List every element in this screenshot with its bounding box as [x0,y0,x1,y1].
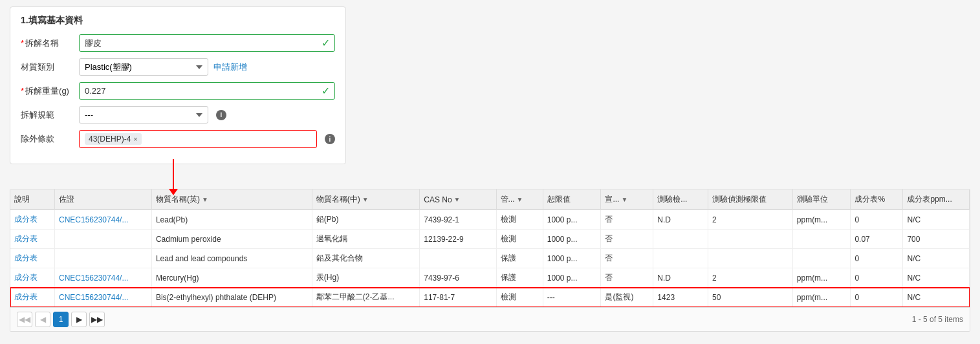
reference-cell[interactable]: CNEC156230744/... [54,210,151,230]
material-select-row: Plastic(塑膠) 申請新增 [79,58,335,76]
declare-cell: 否 [601,210,653,230]
cas-no-cell: 7439-92-1 [420,210,496,230]
note-cell[interactable]: 成分表 [10,210,54,230]
reference-cell[interactable]: CNEC156230744/... [54,268,151,288]
exception-input-box[interactable]: 43(DEHP)-4 × [79,130,317,148]
name-row: 拆解名稱 ✓ [21,34,335,52]
filter-name-en-icon[interactable]: ▼ [202,196,208,203]
cas-no-cell: 12139-22-9 [420,230,496,249]
ppm-cell: N/C [903,288,970,307]
col-threshold: 恕限值 [543,189,601,210]
arrow-head [169,189,178,195]
table-row: 成分表 CNEC156230744/... Lead(Pb) 鉛(Pb) 743… [10,210,970,230]
material-row: 材質類別 Plastic(塑膠) 申請新增 [21,58,335,76]
threshold-cell: 1000 p... [543,230,601,249]
detection-limit-cell: 2 [708,210,793,230]
weight-input[interactable] [79,82,335,100]
declare-cell: 否 [601,249,653,268]
filter-name-zh-icon[interactable]: ▼ [362,196,369,203]
name-en-cell: Lead(Pb) [151,210,312,230]
threshold-cell: --- [543,288,601,307]
unit-cell [792,230,851,249]
filter-control-icon[interactable]: ▼ [517,196,523,203]
control-cell: 檢測 [496,210,543,230]
declare-cell: 否 [601,268,653,288]
scope-info-icon[interactable]: i [216,110,226,120]
detection-limit-cell [708,230,793,249]
name-check-icon: ✓ [321,37,330,49]
material-label: 材質類別 [21,61,79,73]
reference-cell[interactable]: CNEC156230744/... [54,288,151,307]
pagination-controls: ◀◀ ◀ 1 ▶ ▶▶ [17,312,105,327]
name-input[interactable] [79,34,335,52]
exception-tag: 43(DEHP)-4 × [85,133,142,145]
next-page-btn[interactable]: ▶ [71,312,87,327]
weight-label: 拆解重量(g) [21,85,79,97]
unit-cell [792,249,851,268]
detected-cell [653,230,708,249]
reference-link[interactable]: CNEC156230744/... [59,215,128,224]
weight-row: 拆解重量(g) ✓ [21,82,335,100]
page-container: 1.填寫基本資料 拆解名稱 ✓ 材質類別 Plastic(塑膠) 申請新增 [0,0,980,344]
exception-control: 43(DEHP)-4 × i [79,130,335,148]
col-ppm: 成分表ppm... [903,189,970,210]
name-en-cell: Bis(2-ethylhexyl) phthalate (DEHP) [151,288,312,307]
name-input-wrapper: ✓ [79,34,335,52]
pct-cell: 0 [851,210,903,230]
name-zh-cell: 鄰苯二甲酸二(2-乙基... [312,288,419,307]
note-cell[interactable]: 成分表 [10,268,54,288]
name-zh-cell: 過氧化鎘 [312,230,419,249]
pct-cell: 0 [851,288,903,307]
detected-cell: N.D [653,210,708,230]
last-page-btn[interactable]: ▶▶ [89,312,105,327]
exception-label: 除外條款 [21,133,79,145]
name-en-cell: Lead and lead compounds [151,249,312,268]
threshold-cell: 1000 p... [543,210,601,230]
detected-cell: 1423 [653,288,708,307]
detection-limit-cell: 2 [708,268,793,288]
threshold-cell: 1000 p... [543,249,601,268]
weight-control: ✓ [79,82,335,100]
reference-link[interactable]: CNEC156230744/... [59,293,128,302]
ppm-cell: N/C [903,210,970,230]
col-unit: 測驗單位 [792,189,851,210]
note-cell[interactable]: 成分表 [10,288,54,307]
first-page-btn[interactable]: ◀◀ [17,312,32,327]
pct-cell: 0.07 [851,230,903,249]
col-reference: 佐證 [54,189,151,210]
pct-cell: 0 [851,249,903,268]
control-cell: 保護 [496,268,543,288]
exception-tag-close[interactable]: × [133,135,137,143]
table-row: 成分表 Cadmium peroxide 過氧化鎘 12139-22-9 檢測 … [10,230,970,249]
ppm-cell: N/C [903,268,970,288]
detected-cell: N.D [653,268,708,288]
exception-tag-text: 43(DEHP)-4 [89,134,131,144]
reference-cell [54,249,151,268]
detected-cell [653,249,708,268]
control-cell: 保護 [496,249,543,268]
table-body: 成分表 CNEC156230744/... Lead(Pb) 鉛(Pb) 743… [10,210,970,307]
exception-info-icon[interactable]: i [325,134,335,144]
apply-link[interactable]: 申請新增 [213,61,247,73]
declare-cell: 是(監視) [601,288,653,307]
pct-cell: 0 [851,268,903,288]
note-cell[interactable]: 成分表 [10,230,54,249]
weight-check-icon: ✓ [321,85,330,97]
filter-cas-icon[interactable]: ▼ [454,196,461,203]
note-cell[interactable]: 成分表 [10,249,54,268]
table-header-row: 說明 佐證 物質名稱(英) ▼ [10,189,970,210]
col-detected: 測驗檢... [653,189,708,210]
control-cell: 檢測 [496,230,543,249]
ppm-cell: 700 [903,230,970,249]
page-1-btn[interactable]: 1 [53,312,69,327]
scope-label: 拆解規範 [21,109,79,121]
name-control: ✓ [79,34,335,52]
filter-declare-icon[interactable]: ▼ [621,196,627,203]
scope-select[interactable]: --- [79,106,208,124]
control-cell: 檢測 [496,288,543,307]
col-detection-limit: 測驗偵測極限值 [708,189,793,210]
reference-cell [54,230,151,249]
prev-page-btn[interactable]: ◀ [35,312,50,327]
material-select[interactable]: Plastic(塑膠) [79,58,208,76]
reference-link[interactable]: CNEC156230744/... [59,274,128,283]
